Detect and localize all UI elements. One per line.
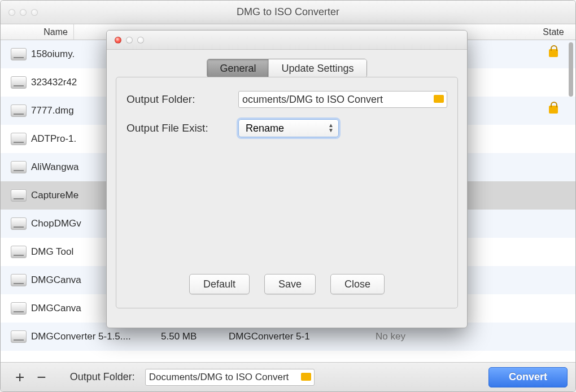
disk-icon	[11, 274, 27, 286]
close-button[interactable]: Close	[330, 274, 385, 294]
state-cell	[531, 105, 575, 116]
main-window: DMG to ISO Converter Name State 158oiumy…	[0, 0, 576, 392]
general-panel: Output Folder: ocuments/DMG to ISO Conve…	[116, 77, 458, 308]
lock-icon	[549, 49, 558, 57]
preferences-dialog: General Update Settings Output Folder: o…	[106, 30, 468, 328]
footer-output-path[interactable]: Documents/DMG to ISO Convert	[145, 369, 315, 386]
disk-icon	[11, 330, 27, 343]
remove-button[interactable]: −	[34, 369, 48, 385]
key-status: No key	[376, 331, 531, 342]
column-name[interactable]: Name	[1, 24, 74, 40]
window-title: DMG to ISO Converter	[1, 6, 575, 18]
vertical-scrollbar[interactable]	[569, 42, 573, 97]
output-file-exist-label: Output File Exist:	[126, 122, 238, 134]
file-size: 5.50 MB	[161, 331, 229, 342]
lock-icon	[549, 106, 558, 114]
disk-icon	[11, 217, 27, 230]
dialog-titlebar	[107, 31, 467, 50]
dialog-close-icon[interactable]	[115, 37, 121, 43]
file-name: DMGConverter 5-1.5....	[31, 331, 161, 342]
disk-icon	[11, 104, 27, 117]
output-file-exist-value: Rename	[246, 123, 284, 134]
output-folder-label: Output Folder:	[126, 93, 238, 106]
disk-icon	[11, 76, 27, 89]
dialog-traffic-lights	[107, 37, 144, 43]
convert-button[interactable]: Convert	[488, 367, 568, 387]
tab-general[interactable]: General	[207, 59, 269, 77]
dialog-minimize-icon[interactable]	[126, 37, 133, 43]
folder-icon[interactable]	[301, 373, 311, 381]
footer-bar: + − Output Folder: Documents/DMG to ISO …	[1, 362, 575, 391]
disk-icon	[11, 133, 27, 145]
disk-icon	[11, 246, 27, 258]
add-button[interactable]: +	[13, 369, 27, 385]
output-name: DMGConverter 5-1	[229, 331, 376, 342]
disk-icon	[11, 48, 27, 60]
disk-icon	[11, 161, 27, 173]
output-folder-value: ocuments/DMG to ISO Convert	[242, 94, 383, 106]
dialog-zoom-icon[interactable]	[137, 37, 144, 43]
output-folder-field[interactable]: ocuments/DMG to ISO Convert	[238, 91, 447, 108]
default-button[interactable]: Default	[189, 274, 250, 294]
column-state[interactable]: State	[531, 24, 575, 40]
footer-output-path-text: Documents/DMG to ISO Convert	[149, 372, 289, 383]
save-button[interactable]: Save	[264, 274, 316, 294]
footer-output-label: Output Folder:	[70, 371, 135, 383]
output-file-exist-select[interactable]: Rename ▲▼	[238, 119, 339, 137]
dialog-tabs: General Update Settings	[107, 59, 467, 78]
disk-icon	[11, 302, 27, 315]
folder-icon[interactable]	[434, 95, 444, 103]
disk-icon	[11, 189, 27, 202]
chevron-updown-icon: ▲▼	[328, 123, 334, 133]
main-titlebar: DMG to ISO Converter	[1, 1, 575, 24]
dialog-button-row: Default Save Close	[116, 274, 457, 294]
tab-update-settings[interactable]: Update Settings	[269, 59, 366, 77]
